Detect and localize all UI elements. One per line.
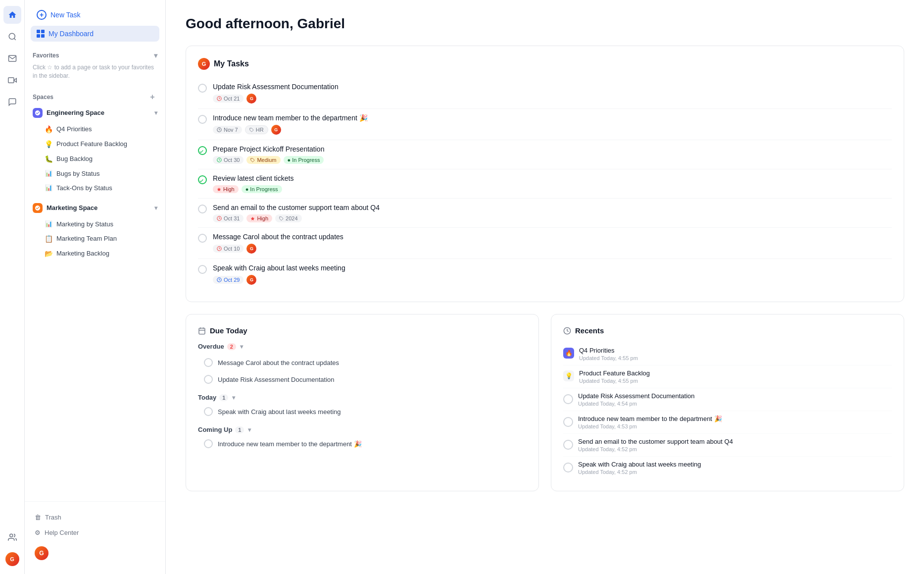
- my-dashboard-button[interactable]: My Dashboard: [31, 26, 159, 42]
- recent-name-5[interactable]: Send an email to the customer support te…: [578, 438, 892, 445]
- recent-check-4: [563, 417, 573, 427]
- overdue-count: 2: [227, 343, 236, 350]
- list-item: 🔥 Q4 Priorities Updated Today, 4:55 pm: [563, 343, 892, 365]
- bug-icon: 🐛: [45, 155, 52, 163]
- table-row: Prepare Project Kickoff Presentation Oct…: [198, 140, 892, 169]
- clipboard-icon: 📋: [45, 235, 52, 243]
- coming-up-task-checkbox-1[interactable]: [204, 439, 213, 448]
- recent-name-4[interactable]: Introduce new team member to the departm…: [578, 415, 892, 422]
- list-item: Send an email to the customer support te…: [563, 434, 892, 457]
- recent-check-5: [563, 440, 573, 450]
- today-count: 1: [219, 394, 228, 401]
- user-avatar: G: [35, 546, 49, 560]
- task-checkbox-5[interactable]: [198, 205, 207, 213]
- recent-check-3: [563, 394, 573, 404]
- task-name-1: Update Risk Assessment Documentation: [213, 83, 892, 91]
- folder-icon: 📂: [45, 250, 52, 258]
- sidebar-item-q4-priorities[interactable]: 🔥 Q4 Priorities: [29, 122, 161, 136]
- task-name-7: Speak with Craig about last weeks meetin…: [213, 264, 892, 272]
- recent-icon-q4: 🔥: [563, 348, 574, 359]
- trash-icon: 🗑: [35, 514, 41, 521]
- today-task-checkbox-1[interactable]: [204, 407, 213, 416]
- task-name-2: Introduce new team member to the departm…: [213, 114, 892, 122]
- task-tag-medium: Medium: [246, 156, 280, 164]
- today-header[interactable]: Today 1 ▾: [198, 394, 527, 401]
- list-item: Update Risk Assessment Documentation: [198, 371, 527, 388]
- svg-rect-2: [8, 78, 13, 83]
- marketing-space-header[interactable]: Marketing Space ▾: [25, 199, 165, 217]
- task-checkbox-4[interactable]: [198, 175, 207, 184]
- svg-marker-1: [14, 78, 16, 82]
- list-item: Speak with Craig about last weeks meetin…: [198, 403, 527, 420]
- add-space-button[interactable]: +: [147, 92, 157, 102]
- sidebar-item-tackons-by-status[interactable]: 📊 Tack-Ons by Status: [29, 181, 161, 195]
- engineering-space-header[interactable]: Engineering Space ▾: [25, 104, 165, 122]
- sidebar-item-marketing-by-status[interactable]: 📊 Marketing by Status: [29, 217, 161, 231]
- task-tag-in-progress-3: ● In Progress: [284, 156, 324, 164]
- user-avatar-icon[interactable]: G: [3, 550, 21, 568]
- task-tag-high-4: High: [213, 185, 239, 193]
- task-checkbox-3[interactable]: [198, 146, 207, 155]
- recent-name-6[interactable]: Speak with Craig about last weeks meetin…: [578, 461, 892, 468]
- favorites-chevron[interactable]: ▾: [154, 52, 157, 59]
- video-icon[interactable]: [3, 71, 21, 89]
- svg-point-0: [9, 33, 15, 39]
- today-chevron[interactable]: ▾: [232, 394, 235, 401]
- sidebar-item-bugs-by-status[interactable]: 📊 Bugs by Status: [29, 167, 161, 180]
- task-checkbox-7[interactable]: [198, 265, 207, 274]
- engineering-space-icon: [33, 108, 43, 118]
- task-checkbox-6[interactable]: [198, 234, 207, 243]
- icon-bar: G: [0, 0, 25, 574]
- task-avatar-2: G: [271, 125, 281, 135]
- my-tasks-title: G My Tasks: [198, 58, 892, 70]
- my-tasks-card: G My Tasks Update Risk Assessment Docume…: [186, 46, 904, 302]
- recent-time-6: Updated Today, 4:52 pm: [578, 469, 892, 475]
- task-tag-in-progress-4: ● In Progress: [242, 185, 282, 193]
- table-row: Update Risk Assessment Documentation Oct…: [198, 78, 892, 109]
- chart-icon-marketing: 📊: [45, 220, 52, 227]
- recent-name-2[interactable]: Product Feature Backlog: [579, 369, 892, 377]
- task-date-6: Oct 10: [213, 245, 243, 253]
- list-item: Introduce new team member to the departm…: [563, 411, 892, 434]
- list-item: Update Risk Assessment Documentation Upd…: [563, 388, 892, 411]
- task-avatar-6: G: [246, 244, 256, 254]
- due-today-title: Due Today: [198, 326, 527, 335]
- task-checkbox-1[interactable]: [198, 84, 207, 93]
- search-icon[interactable]: [3, 28, 21, 46]
- new-task-button[interactable]: + New Task: [31, 6, 159, 24]
- task-date-5: Oct 31: [213, 214, 243, 222]
- recent-time-5: Updated Today, 4:52 pm: [578, 446, 892, 452]
- trash-button[interactable]: 🗑 Trash: [31, 510, 159, 525]
- inbox-icon[interactable]: [3, 50, 21, 67]
- recent-check-6: [563, 463, 573, 472]
- overdue-header[interactable]: Overdue 2 ▾: [198, 343, 527, 350]
- sidebar-item-bug-backlog[interactable]: 🐛 Bug Backlog: [29, 152, 161, 166]
- due-task-checkbox-2[interactable]: [204, 375, 213, 384]
- svg-marker-8: [217, 187, 221, 191]
- engineering-chevron-icon: ▾: [154, 109, 157, 116]
- due-task-checkbox-1[interactable]: [204, 358, 213, 367]
- user-profile[interactable]: G: [31, 542, 159, 564]
- sidebar-item-marketing-team-plan[interactable]: 📋 Marketing Team Plan: [29, 232, 161, 246]
- recent-name-3[interactable]: Update Risk Assessment Documentation: [578, 392, 892, 400]
- task-date-1: Oct 21: [213, 95, 243, 103]
- team-icon[interactable]: [3, 528, 21, 546]
- recent-name-1[interactable]: Q4 Priorities: [579, 347, 892, 354]
- help-center-button[interactable]: ⚙ Help Center: [31, 525, 159, 540]
- list-item: Message Carol about the contract updates: [198, 354, 527, 371]
- lightbulb-icon: 💡: [45, 140, 52, 148]
- svg-marker-10: [251, 216, 255, 220]
- home-icon[interactable]: [3, 6, 21, 24]
- fire-icon: 🔥: [45, 125, 52, 133]
- sidebar-item-marketing-backlog[interactable]: 📂 Marketing Backlog: [29, 247, 161, 261]
- coming-up-header[interactable]: Coming Up 1 ▾: [198, 426, 527, 433]
- task-date-3: Oct 30: [213, 156, 243, 164]
- task-checkbox-2[interactable]: [198, 115, 207, 124]
- sidebar-item-product-feature-backlog[interactable]: 💡 Product Feature Backlog: [29, 137, 161, 151]
- chat-icon[interactable]: [3, 93, 21, 111]
- recent-time-1: Updated Today, 4:55 pm: [579, 355, 892, 361]
- overdue-chevron[interactable]: ▾: [240, 343, 243, 350]
- coming-up-chevron[interactable]: ▾: [248, 426, 251, 433]
- list-item: 💡 Product Feature Backlog Updated Today,…: [563, 365, 892, 388]
- recent-time-4: Updated Today, 4:53 pm: [578, 423, 892, 429]
